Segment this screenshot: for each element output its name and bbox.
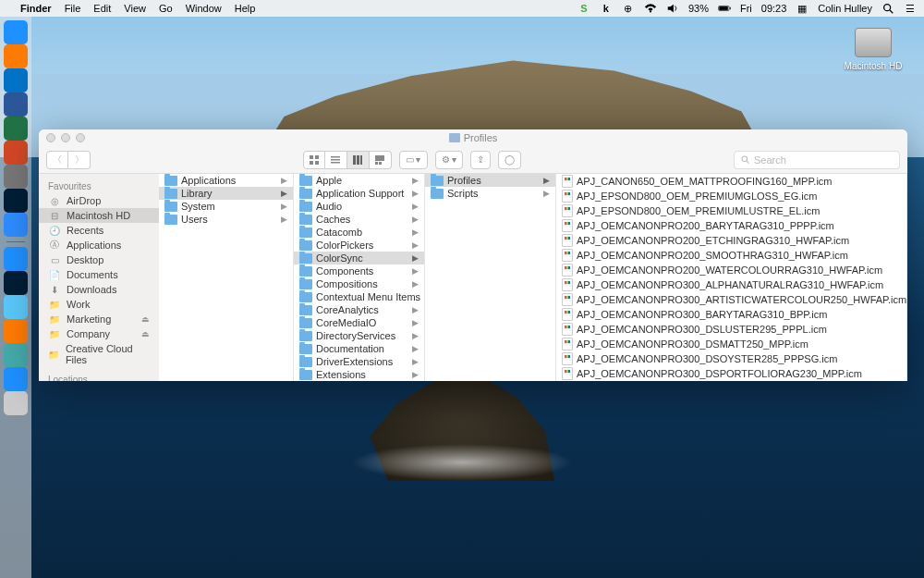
folder-row[interactable]: Applications▶ — [159, 174, 293, 187]
dock-app-preview[interactable] — [4, 295, 28, 319]
dock-app-settings[interactable] — [4, 165, 28, 189]
forward-button[interactable]: 〉 — [68, 151, 91, 169]
file-row[interactable]: APJ_OEMCANONPRO200_BARYTARAG310_PPPP.icm — [556, 218, 906, 233]
tags-button[interactable]: ◯ — [498, 151, 521, 169]
folder-row[interactable]: Catacomb▶ — [294, 226, 424, 239]
sidebar-item-creative-cloud-files[interactable]: 📁Creative Cloud Files — [39, 341, 159, 367]
sidebar-item-macintosh-hd[interactable]: ⊟Macintosh HD — [39, 208, 159, 223]
sidebar-item-desktop[interactable]: ▭Desktop — [39, 252, 159, 267]
folder-row[interactable]: Caches▶ — [294, 213, 424, 226]
minimize-button[interactable] — [61, 133, 70, 142]
app-menu[interactable]: Finder — [20, 3, 52, 14]
folder-row[interactable]: Application Support▶ — [294, 187, 424, 200]
folder-row[interactable]: Components▶ — [294, 264, 424, 277]
folder-row[interactable]: System▶ — [159, 200, 293, 213]
file-row[interactable]: APJ_EPSOND800_OEM_PREMIUMGLOSS_EG.icm — [556, 189, 906, 203]
file-row[interactable]: APJ_OEMCANONPRO300_DSLUSTER295_PPPL.icm — [556, 322, 906, 337]
folder-row[interactable]: CoreAnalytics▶ — [294, 303, 424, 316]
folder-row[interactable]: Contextual Menu Items▶ — [294, 290, 424, 303]
eject-icon[interactable]: ⏏ — [141, 329, 150, 338]
dock-app-excel[interactable] — [4, 117, 28, 141]
folder-row[interactable]: Extensions▶ — [294, 368, 424, 381]
file-row[interactable]: APJ_OEMCANONPRO200_ETCHINGRAG310_HWFAP.i… — [556, 233, 906, 248]
file-row[interactable]: APJ_OEMCANONPRO300_BARYTARAG310_BPP.icm — [556, 307, 906, 322]
dock-app-word[interactable] — [4, 92, 28, 117]
dock-app-finder[interactable] — [4, 20, 28, 44]
file-row[interactable]: APJ_OEMCANONPRO300_DSPORTFOLIORAG230_MPP… — [556, 366, 906, 381]
sidebar-item-downloads[interactable]: ⬇Downloads — [39, 282, 159, 297]
zoom-button[interactable] — [76, 133, 85, 142]
eject-icon[interactable]: ⏏ — [141, 314, 150, 324]
dock-app-photoshop[interactable] — [4, 189, 28, 213]
wifi-icon[interactable] — [644, 2, 657, 15]
dock-app-powerpoint[interactable] — [4, 141, 28, 165]
sidebar-item-applications[interactable]: ⒶApplications — [39, 238, 159, 252]
file-row[interactable]: APJ_OEMCANONPRO200_SMOOTHRAG310_HWFAP.ic… — [556, 248, 906, 263]
sidebar-item-airdrop[interactable]: ◎AirDrop — [39, 193, 159, 208]
folder-row[interactable]: DriverExtensions▶ — [294, 355, 424, 368]
control-center-icon[interactable]: ☰ — [904, 3, 917, 15]
action-button[interactable]: ⚙ ▾ — [435, 151, 464, 169]
folder-row[interactable]: Apple▶ — [294, 174, 424, 187]
sidebar-item-documents[interactable]: 📄Documents — [39, 267, 159, 282]
menu-help[interactable]: Help — [235, 3, 256, 14]
menu-view[interactable]: View — [124, 3, 146, 14]
file-row[interactable]: APJ_OEMCANONPRO200_WATERCOLOURRAG310_HWF… — [556, 263, 906, 277]
username[interactable]: Colin Hulley — [818, 3, 872, 14]
folder-row[interactable]: DirectoryServices▶ — [294, 329, 424, 342]
sidebar-item-recents[interactable]: 🕘Recents — [39, 223, 159, 238]
statusbar-k-icon[interactable]: k — [600, 3, 613, 14]
share-button[interactable]: ⇪ — [470, 151, 491, 169]
folder-row[interactable]: ColorPickers▶ — [294, 239, 424, 252]
back-button[interactable]: 〈 — [46, 151, 68, 169]
sidebar-item-work[interactable]: 📁Work — [39, 297, 159, 312]
file-row[interactable]: APJ_CANON650_OEM_MATTPROOFING160_MPP.icm — [556, 174, 906, 189]
volume-icon[interactable] — [666, 2, 679, 15]
file-row[interactable]: APJ_OEMCANONPRO300_ARTISTICWATERCOLOUR25… — [556, 292, 906, 307]
column-view-button[interactable] — [347, 151, 370, 169]
fastuser-icon[interactable]: ▦ — [796, 3, 808, 15]
list-view-button[interactable] — [325, 151, 347, 169]
menu-file[interactable]: File — [65, 3, 81, 14]
icon-view-button[interactable] — [303, 151, 325, 169]
search-field[interactable]: Search — [734, 151, 900, 169]
folder-row[interactable]: CoreMediaIO▶ — [294, 316, 424, 329]
group-button[interactable]: ▭ ▾ — [399, 151, 428, 169]
gallery-view-button[interactable] — [370, 151, 392, 169]
dock-app-help[interactable] — [4, 343, 28, 367]
file-row[interactable]: APJ_OEMCANONPRO300_DSMATT250_MPP.icm — [556, 337, 906, 351]
dock-app-safari[interactable] — [4, 247, 28, 271]
spotlight-icon[interactable] — [881, 2, 894, 15]
dock-app-lightroom[interactable] — [4, 271, 28, 295]
menu-edit[interactable]: Edit — [93, 3, 111, 14]
close-button[interactable] — [46, 133, 55, 142]
folder-row[interactable]: Scripts▶ — [425, 187, 555, 200]
file-row[interactable]: APJ_OEMCANONPRO300_ALPHANATURALRAG310_HW… — [556, 277, 906, 292]
folder-row[interactable]: Audio▶ — [294, 200, 424, 213]
folder-row[interactable]: ColorSync▶ — [294, 252, 424, 264]
dock-app-firefox[interactable] — [4, 44, 28, 68]
dock-app-firefox2[interactable] — [4, 319, 28, 343]
menu-window[interactable]: Window — [186, 3, 222, 14]
file-row[interactable]: APJ_OEMCANONPRO300_DSOYSTER285_PPPSG.icm — [556, 351, 906, 366]
statusbar-sync-icon[interactable]: ⊕ — [622, 3, 635, 15]
folder-row[interactable]: Profiles▶ — [425, 174, 555, 187]
menu-go[interactable]: Go — [159, 3, 173, 14]
dock-app-finder2[interactable] — [4, 367, 28, 391]
sidebar-item-company[interactable]: 📁Company⏏ — [39, 326, 159, 341]
statusbar-s-icon[interactable]: S — [578, 3, 590, 14]
desktop-hd-icon[interactable]: Macintosh HD — [841, 28, 906, 71]
clock-time[interactable]: 09:23 — [761, 3, 787, 14]
file-row[interactable]: APJ_EPSOND800_OEM_PREMIUMLUSTRE_EL.icm — [556, 203, 906, 218]
sidebar-item-marketing[interactable]: 📁Marketing⏏ — [39, 312, 159, 326]
folder-row[interactable]: Users▶ — [159, 213, 293, 226]
dock-app-trash[interactable] — [4, 391, 28, 415]
folder-row[interactable]: Compositions▶ — [294, 277, 424, 290]
dock-app-zoom[interactable] — [4, 213, 28, 237]
folder-row[interactable]: Library▶ — [159, 187, 293, 200]
clock-day[interactable]: Fri — [740, 3, 752, 14]
folder-row[interactable]: Documentation▶ — [294, 342, 424, 355]
battery-icon[interactable] — [718, 2, 731, 15]
window-titlebar[interactable]: Profiles — [39, 129, 907, 146]
dock-app-outlook[interactable] — [4, 68, 28, 92]
